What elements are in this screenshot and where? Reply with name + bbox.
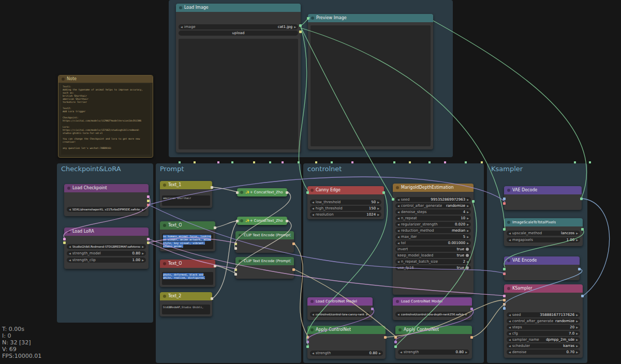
control-after-generate-widget[interactable]: ◀ control_after_generate randomize ▶ bbox=[507, 318, 580, 324]
input-port[interactable] bbox=[503, 202, 506, 205]
node-title-bar[interactable]: ✨+ ConcatText_Zho bbox=[237, 217, 287, 225]
node-ksampler[interactable]: KSampler ◀ seed 358881677137626 ▶ ◀ cont… bbox=[504, 284, 583, 358]
output-port[interactable] bbox=[211, 186, 213, 189]
scheduler-widget[interactable]: ◀ scheduler karras ▶ bbox=[507, 343, 580, 348]
node-title-bar[interactable]: KSampler bbox=[504, 284, 583, 293]
node-text-2[interactable]: Text_2 StdGBRedmAF,Studio Ghibli, bbox=[160, 292, 212, 316]
input-port[interactable] bbox=[306, 336, 309, 339]
input-port[interactable] bbox=[234, 242, 237, 245]
control-after-generate-widget[interactable]: ◀ control_after_generate randomize ▶ bbox=[395, 203, 471, 208]
decrement-icon[interactable]: ◀ bbox=[312, 213, 314, 216]
control-net-name-widget[interactable]: ◀ controlnet/control-lora-depth-rank256.… bbox=[395, 312, 469, 317]
node-clip-text-encode-negative[interactable]: CLIP Text Encode (Prompt) bbox=[235, 257, 294, 279]
denoise-steps-widget[interactable]: ◀ denoise_steps 4 ▶ bbox=[395, 209, 471, 215]
output-port[interactable] bbox=[147, 204, 150, 206]
increment-icon[interactable]: ▶ bbox=[576, 232, 578, 235]
upscale-method-widget[interactable]: ◀ upscale_method lanczos ▶ bbox=[507, 231, 580, 236]
resolution-widget[interactable]: ◀ resolution 1024 ▶ bbox=[310, 212, 381, 217]
group-title[interactable]: Checkpoint&LoRA bbox=[61, 165, 121, 173]
decrement-icon[interactable]: ◀ bbox=[397, 217, 400, 220]
decrement-icon[interactable]: ◀ bbox=[509, 313, 511, 316]
output-port[interactable] bbox=[286, 191, 288, 194]
increment-icon[interactable]: ▶ bbox=[465, 351, 467, 354]
increment-icon[interactable]: ▶ bbox=[467, 235, 469, 238]
node-title-bar[interactable]: Note bbox=[58, 75, 153, 83]
increment-icon[interactable]: ▶ bbox=[576, 326, 578, 329]
decrement-icon[interactable]: ◀ bbox=[397, 229, 400, 232]
megapixels-widget[interactable]: ◀ megapixels 1.00 ▶ bbox=[507, 237, 580, 242]
increment-icon[interactable]: ▶ bbox=[465, 313, 467, 316]
output-port[interactable] bbox=[371, 308, 374, 310]
high-threshold-widget[interactable]: ◀ high_threshold 150 ▶ bbox=[310, 206, 381, 211]
node-title-bar[interactable]: Apply ControlNet bbox=[307, 326, 386, 334]
decrement-icon[interactable]: ◀ bbox=[69, 245, 71, 248]
steps-widget[interactable]: ◀ steps 20 ▶ bbox=[507, 325, 580, 330]
increment-icon[interactable]: ▶ bbox=[142, 259, 144, 262]
invert-toggle[interactable]: invert true bbox=[395, 247, 471, 252]
increment-icon[interactable]: ▶ bbox=[467, 204, 469, 207]
node-title-bar[interactable]: Load ControlNet Model bbox=[393, 297, 472, 306]
ckpt-name-widget[interactable]: ◀ SDXL\dreamshaperXL_v21TurboDPMSDE.safe… bbox=[67, 207, 146, 212]
increment-icon[interactable]: ▶ bbox=[379, 352, 381, 355]
decrement-icon[interactable]: ◀ bbox=[397, 235, 400, 238]
increment-icon[interactable]: ▶ bbox=[467, 241, 469, 245]
output-port[interactable] bbox=[581, 295, 584, 297]
output-port[interactable] bbox=[470, 336, 473, 339]
output-port[interactable] bbox=[211, 297, 213, 300]
decrement-icon[interactable]: ◀ bbox=[509, 326, 511, 329]
node-vae-decode[interactable]: VAE Decode bbox=[504, 186, 582, 210]
denoise-widget[interactable]: ◀ denoise 0.70 ▶ bbox=[507, 350, 580, 355]
input-port[interactable] bbox=[503, 299, 506, 301]
text-area[interactable]: american Shorthair bbox=[162, 195, 210, 206]
output-port[interactable] bbox=[147, 200, 150, 202]
node-title-bar[interactable]: Canny Edge bbox=[307, 186, 384, 194]
output-port[interactable] bbox=[472, 200, 475, 203]
input-port[interactable] bbox=[234, 268, 237, 271]
node-load-image[interactable]: Load Image ◀ image cat1.jpg ▶ upload bbox=[176, 4, 301, 153]
toggle-knob[interactable] bbox=[466, 254, 469, 257]
increment-icon[interactable]: ▶ bbox=[576, 338, 578, 341]
increment-icon[interactable]: ▶ bbox=[377, 201, 379, 204]
collapse-dot[interactable] bbox=[507, 189, 510, 192]
collapse-dot[interactable] bbox=[310, 328, 314, 331]
output-port[interactable] bbox=[382, 191, 385, 194]
increment-icon[interactable]: ▶ bbox=[467, 260, 469, 263]
decrement-icon[interactable]: ◀ bbox=[400, 351, 402, 354]
node-apply-controlnet-1[interactable]: Apply ControlNet ◀ strength 0.80 ▶ bbox=[307, 326, 386, 359]
cfg-widget[interactable]: ◀ cfg 7.0 ▶ bbox=[507, 331, 580, 336]
seed-widget[interactable]: ◀ seed 995352869972963 ▶ bbox=[395, 197, 471, 202]
increment-icon[interactable]: ▶ bbox=[366, 313, 368, 316]
collapse-dot[interactable] bbox=[311, 17, 314, 20]
node-title-bar[interactable]: CLIP Text Encode (Prompt) bbox=[235, 231, 294, 239]
lora-name-widget[interactable]: ◀ StudioGhibli.Redmond-STDGBREDMAF.safet… bbox=[67, 244, 146, 249]
sampler-name-widget[interactable]: ◀ sampler_name dpmpp_2m_sde ▶ bbox=[507, 337, 580, 342]
decrement-icon[interactable]: ◀ bbox=[312, 201, 314, 204]
output-port[interactable] bbox=[299, 24, 302, 27]
control-net-name-widget[interactable]: ◀ controlnet/control-lora-canny-rank256.… bbox=[310, 312, 370, 317]
collapse-dot[interactable] bbox=[396, 300, 399, 303]
strength-model-widget[interactable]: ◀ strength_model 0.80 ▶ bbox=[67, 251, 146, 256]
strength-widget[interactable]: ◀ strength 0.80 ▶ bbox=[398, 350, 469, 355]
decrement-icon[interactable]: ◀ bbox=[509, 238, 511, 241]
input-port[interactable] bbox=[394, 341, 397, 343]
input-port[interactable] bbox=[306, 341, 309, 343]
collapse-dot[interactable] bbox=[239, 234, 242, 237]
output-port[interactable] bbox=[147, 195, 150, 198]
decrement-icon[interactable]: ◀ bbox=[181, 25, 183, 28]
decrement-icon[interactable]: ◀ bbox=[397, 313, 400, 316]
increment-icon[interactable]: ▶ bbox=[576, 351, 578, 354]
input-port[interactable] bbox=[503, 228, 506, 231]
low-threshold-widget[interactable]: ◀ low_threshold 50 ▶ bbox=[310, 200, 381, 205]
collapse-dot[interactable] bbox=[67, 187, 70, 190]
increment-icon[interactable]: ▶ bbox=[576, 344, 578, 347]
collapse-dot[interactable] bbox=[163, 184, 166, 187]
decrement-icon[interactable]: ◀ bbox=[312, 313, 314, 316]
collapse-dot[interactable] bbox=[163, 295, 166, 298]
collapse-dot[interactable] bbox=[67, 230, 70, 233]
decrement-icon[interactable]: ◀ bbox=[312, 207, 314, 210]
increment-icon[interactable]: ▶ bbox=[467, 223, 469, 226]
node-vae-encode[interactable]: VAE Encode bbox=[504, 256, 580, 280]
input-port[interactable] bbox=[234, 273, 237, 276]
input-port[interactable] bbox=[307, 17, 309, 20]
decrement-icon[interactable]: ◀ bbox=[397, 204, 400, 207]
